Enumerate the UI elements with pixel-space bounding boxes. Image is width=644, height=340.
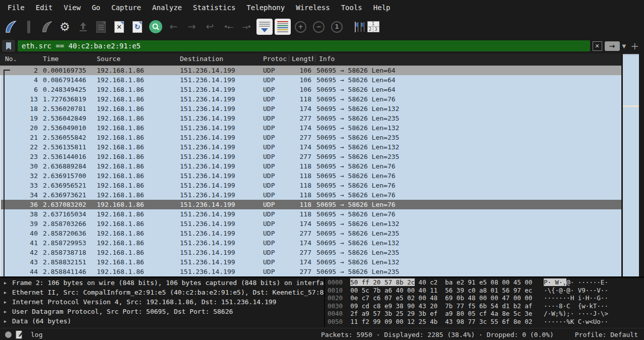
packet-row-20[interactable]: 202.536049010192.168.1.86151.236.14.199U… [0,123,621,133]
packet-row-4[interactable]: 40.086791446192.168.1.86151.236.14.199UD… [0,75,621,85]
profile-label[interactable]: Profile: Default [575,331,638,338]
capture-options-button[interactable]: ⚙ [57,19,72,34]
col-header-source[interactable]: Source [97,55,120,63]
packet-row-42[interactable]: 422.858738718192.168.1.86151.236.14.199U… [0,248,621,257]
column-divider[interactable] [315,55,315,62]
menu-analyze[interactable]: Analyze [147,4,187,12]
col-header-no[interactable]: No. [5,55,17,63]
packet-row-39[interactable]: 392.858703266192.168.1.86151.236.14.199U… [0,219,621,229]
packet-row-23[interactable]: 232.536144016192.168.1.86151.236.14.199U… [0,152,621,161]
expand-arrow-icon[interactable]: ▸ [0,278,12,288]
menu-file[interactable]: File [2,4,30,12]
go-forward-button[interactable]: → [184,19,199,34]
cell-len: 118 [292,209,311,219]
col-header-destination[interactable]: Destination [180,55,223,63]
detail-line-4[interactable]: ▸Data (64 bytes) [0,316,324,326]
menu-edit[interactable]: Edit [30,4,58,12]
close-file-button[interactable]: ✕ [112,19,126,34]
packet-row-36[interactable]: 362.637083202192.168.1.86151.236.14.199U… [0,200,621,209]
menu-statistics[interactable]: Statistics [187,4,241,12]
zoom-original-button[interactable]: 1 [330,19,344,34]
detail-line-1[interactable]: ▸Ethernet II, Src: CompalInform_e2:91:e5… [0,288,324,297]
packet-row-43[interactable]: 432.858832151192.168.1.86151.236.14.199U… [0,257,621,267]
packet-minimap-scrollbar[interactable] [623,54,639,277]
col-header-length[interactable]: Length [292,55,313,63]
vertical-splitter[interactable] [324,278,325,327]
detail-line-0[interactable]: ▸Frame 2: 106 bytes on wire (848 bits), … [0,278,324,288]
go-last-packet-button[interactable]: →• [239,19,253,34]
menu-tools[interactable]: Tools [336,4,368,12]
apply-filter-button[interactable]: → [605,41,620,51]
hex-row-0030[interactable]: 0030 09 cd c8 e9 38 90 43 20 7b 77 f5 6b… [328,302,644,310]
cell-dst: 151.236.14.199 [180,209,235,219]
auto-scroll-button[interactable] [257,19,272,34]
packet-row-21[interactable]: 212.536055842192.168.1.86151.236.14.199U… [0,133,621,142]
packet-row-32[interactable]: 322.636915700192.168.1.86151.236.14.199U… [0,171,621,181]
menu-view[interactable]: View [58,4,86,12]
packet-row-40[interactable]: 402.858720636192.168.1.86151.236.14.199U… [0,229,621,238]
packet-row-41[interactable]: 412.858729953192.168.1.86151.236.14.199U… [0,238,621,248]
cell-proto: UDP [263,171,275,181]
zoom-out-button[interactable]: − [311,19,326,34]
stop-capture-button[interactable] [21,19,36,34]
layout-button[interactable]: 123 [366,19,380,34]
packet-row-38[interactable]: 382.637165034192.168.1.86151.236.14.199U… [0,209,621,219]
packet-row-6[interactable]: 60.248349425192.168.1.86151.236.14.199UD… [0,85,621,94]
packet-row-2[interactable]: 20.000169735192.168.1.86151.236.14.199UD… [0,66,621,75]
packet-row-33[interactable]: 332.636956521192.168.1.86151.236.14.199U… [0,181,621,190]
expert-info-icon[interactable] [5,331,12,338]
packet-row-30[interactable]: 302.636889284192.168.1.86151.236.14.199U… [0,161,621,171]
packet-row-34[interactable]: 342.636973621192.168.1.86151.236.14.199U… [0,190,621,200]
start-capture-button[interactable] [3,19,18,34]
filter-bookmark-button[interactable] [2,40,15,52]
add-filter-button[interactable]: + [630,40,639,52]
hex-row-0010[interactable]: 0010 00 5c 7b a6 40 00 40 11 56 39 c0 a8… [328,287,644,295]
open-file-button[interactable] [76,19,90,34]
detail-line-3[interactable]: ▸User Datagram Protocol, Src Port: 50695… [0,307,324,316]
colorize-button[interactable] [275,19,290,34]
go-back-button[interactable]: ← [166,19,181,34]
packet-row-22[interactable]: 222.536135811192.168.1.86151.236.14.199U… [0,142,621,152]
hex-offset: 0030 [328,302,350,310]
save-file-button[interactable] [94,19,108,34]
expand-arrow-icon[interactable]: ▸ [0,307,12,316]
menu-go[interactable]: Go [86,4,106,12]
packet-row-18[interactable]: 182.536020781192.168.1.86151.236.14.199U… [0,104,621,114]
display-filter-input[interactable]: eth.src == 40:c2:ba:e2:91:e5 [18,40,590,51]
cell-src: 192.168.1.86 [97,85,144,94]
packet-row-44[interactable]: 442.858841146192.168.1.86151.236.14.199U… [0,267,621,276]
reload-file-button[interactable]: ↻ [130,19,145,34]
packet-row-19[interactable]: 192.536042849192.168.1.86151.236.14.199U… [0,114,621,123]
hex-row-0000[interactable]: 0000 50 ff 20 57 8b 2c 40 c2 ba e2 91 e5… [328,278,644,287]
hex-row-0050[interactable]: 0050 11 f2 99 09 00 12 25 4b 43 98 77 3c… [328,318,644,326]
col-header-time[interactable]: Time [43,55,58,63]
restart-capture-button[interactable] [39,19,54,34]
capture-comment-icon[interactable] [16,330,24,339]
go-first-packet-button[interactable]: •← [221,19,235,34]
cell-src: 192.168.1.86 [97,257,144,267]
hex-row-0020[interactable]: 0020 0e c7 c6 07 e5 02 00 48 69 0b 48 00… [328,294,644,302]
cell-src: 192.168.1.86 [97,66,144,75]
log-label: log [31,331,42,338]
filter-dropdown-caret[interactable]: ▼ [622,43,626,49]
cell-dst: 151.236.14.199 [180,114,235,123]
expand-arrow-icon[interactable]: ▸ [0,316,12,326]
menu-wireless[interactable]: Wireless [290,4,335,12]
menu-telephony[interactable]: Telephony [241,4,290,12]
menu-help[interactable]: Help [368,4,396,12]
col-header-protocol[interactable]: Protocol [263,55,287,63]
expand-arrow-icon[interactable]: ▸ [0,297,12,307]
go-to-packet-button[interactable]: ↩ [203,19,217,34]
zoom-in-button[interactable]: + [293,19,308,34]
menu-capture[interactable]: Capture [106,4,147,12]
resize-columns-button[interactable] [348,19,362,34]
hex-row-0040[interactable]: 0040 2f a9 57 3b 25 29 3b ef a9 80 05 cf… [328,310,644,318]
packet-row-13[interactable]: 131.727636819192.168.1.86151.236.14.199U… [0,94,621,104]
column-divider[interactable] [289,55,289,62]
col-header-info[interactable]: Info [319,55,335,63]
cell-no: 40 [0,229,38,238]
expand-arrow-icon[interactable]: ▸ [0,288,12,297]
find-packet-button[interactable] [148,19,163,34]
clear-filter-button[interactable]: ✕ [593,41,602,51]
detail-line-2[interactable]: ▸Internet Protocol Version 4, Src: 192.1… [0,297,324,307]
